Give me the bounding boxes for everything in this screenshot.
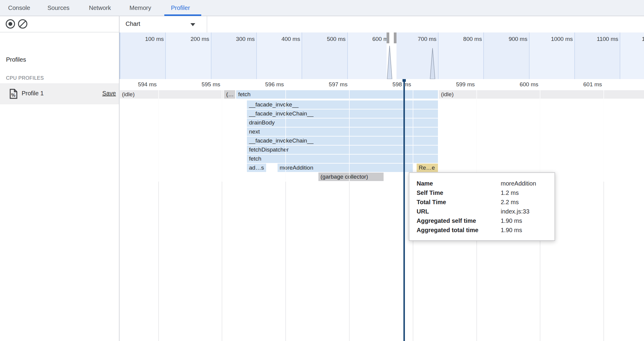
tooltip-field-label: Self Time [417,188,501,198]
tooltip-field-value: 1.90 ms [501,226,522,235]
ruler-tick-label: 595 ms [202,81,220,88]
grid-line-over-bars [158,90,159,182]
devtools-tab-bar: ConsoleSourcesNetworkMemoryProfiler [0,0,644,16]
frame--facade-invoke-[interactable]: __facade_invoke__ [247,100,438,109]
cpu-activity-spikes [120,32,644,79]
grid-line-over-bars [222,90,222,182]
grid-line-over-bars [285,90,286,182]
frame-label: ad…s [247,164,264,171]
playhead-line [403,79,405,341]
tab-network[interactable]: Network [89,0,111,16]
record-icon [8,22,12,26]
frame-label: next [247,128,260,135]
frame-label: fetch [247,155,261,162]
frame-fetchdispatcher[interactable]: fetchDispatcher [247,146,438,154]
svg-text:%: % [11,93,15,98]
frame--idle-[interactable]: (idle) [120,90,223,99]
frame--garbage-collector-[interactable]: (garbage collector) [318,173,384,181]
frame-re-e[interactable]: Re…e [417,164,438,172]
frame-label: drainBody [247,119,275,126]
ruler-tick-label: 599 ms [456,81,475,88]
chevron-down-icon [190,23,195,26]
playhead-grip[interactable] [402,79,406,82]
view-mode-select[interactable]: Chart [120,16,207,32]
profile-document-icon: % [10,89,17,99]
clear-icon [20,21,26,27]
ruler-tick-label: 600 ms [520,81,538,88]
save-profile-link[interactable]: Save [102,90,116,97]
tooltip-row: Aggregated self time1.90 ms [417,216,554,226]
ruler-tick-label: 594 ms [138,81,156,88]
grid-line-over-bars [413,90,413,182]
flame-chart-pane: (idle)(…fetch(idle)__facade_invoke____fa… [120,79,644,341]
view-mode-value: Chart [126,20,140,27]
tooltip-row: NamemoreAddition [417,179,554,188]
tooltip-row: Total Time2.2 ms [417,198,554,207]
frame--idle-[interactable]: (idle) [439,90,644,99]
record-profile-button[interactable] [6,19,15,29]
frame-moreaddition[interactable]: moreAddition [278,164,413,172]
frame-fetch[interactable]: fetch [247,155,438,163]
tab-sources[interactable]: Sources [47,0,69,16]
tooltip-field-value: index.js:33 [501,207,530,216]
devtools-window: ConsoleSourcesNetworkMemoryProfiler Prof… [0,0,644,341]
tooltip-field-value: moreAddition [501,179,536,188]
frame-label: fetch [236,91,251,97]
ruler-tick-label: 597 ms [329,81,348,88]
frame-label: fetchDispatcher [247,146,289,153]
tooltip-row: Aggregated total time1.90 ms [417,226,554,235]
frame-label: (… [224,91,234,97]
frame--[interactable]: (… [224,90,235,99]
frame-label: (idle) [439,91,454,97]
frame-ad-s[interactable]: ad…s [247,164,266,172]
tooltip-field-label: URL [417,207,501,216]
tooltip-field-label: Name [417,179,501,188]
frame-label: Re…e [417,164,435,171]
grid-line-over-bars [603,90,604,182]
active-tab-underline [164,14,201,16]
tooltip-field-label: Aggregated total time [417,226,501,235]
grid-line-over-bars [540,90,540,182]
tab-profiler[interactable]: Profiler [171,0,190,16]
frame-label: (garbage collector) [318,174,368,180]
ruler-tick-label: 601 ms [583,81,602,88]
grid-line-over-bars [476,90,477,182]
ruler-tick-label: 598 ms [392,81,411,88]
tooltip-field-label: Total Time [417,198,501,207]
tab-memory[interactable]: Memory [129,0,151,16]
profile-name: Profile 1 [22,90,44,97]
frame-label: __facade_invokeChain__ [247,137,313,144]
tooltip-field-value: 1.2 ms [501,188,519,198]
frame-next[interactable]: next [247,127,438,136]
profile-list-item[interactable]: % Profile 1 Save [0,83,119,104]
clear-profiles-button[interactable] [18,19,27,29]
timeline-overview[interactable]: 100 ms200 ms300 ms400 ms500 ms600 ms700 … [120,32,644,80]
profiles-sidebar: Profiles CPU PROFILES % Profile 1 Save [0,16,120,341]
frame-details-tooltip: NamemoreAdditionSelf Time1.2 msTotal Tim… [409,172,555,241]
frame--facade-invokechain-[interactable]: __facade_invokeChain__ [247,109,438,118]
grid-line-over-bars [349,90,350,182]
time-ruler: 594 ms595 ms596 ms597 ms598 ms599 ms600 … [120,79,644,90]
frame-label: __facade_invoke__ [247,101,299,108]
tooltip-field-value: 1.90 ms [501,216,522,226]
overview-left-edge [120,32,120,79]
frame-drainbody[interactable]: drainBody [247,118,438,127]
ruler-tick-label: 596 ms [265,81,284,88]
sidebar-toolbar [0,16,119,32]
profiler-toolbar: Chart [120,16,644,32]
tooltip-field-label: Aggregated self time [417,216,501,226]
frame-label: __facade_invokeChain__ [247,110,313,117]
frame-label: moreAddition [278,164,313,171]
tooltip-row: Self Time1.2 ms [417,188,554,198]
tooltip-row: URLindex.js:33 [417,207,554,216]
frame--facade-invokechain-[interactable]: __facade_invokeChain__ [247,137,438,145]
frame-fetch[interactable]: fetch [236,90,438,99]
frame-label: (idle) [120,91,135,97]
profiles-heading: Profiles [6,56,26,63]
tooltip-field-value: 2.2 ms [501,198,519,207]
cpu-profiles-section-heading: CPU PROFILES [6,75,44,81]
tab-console[interactable]: Console [8,0,30,16]
